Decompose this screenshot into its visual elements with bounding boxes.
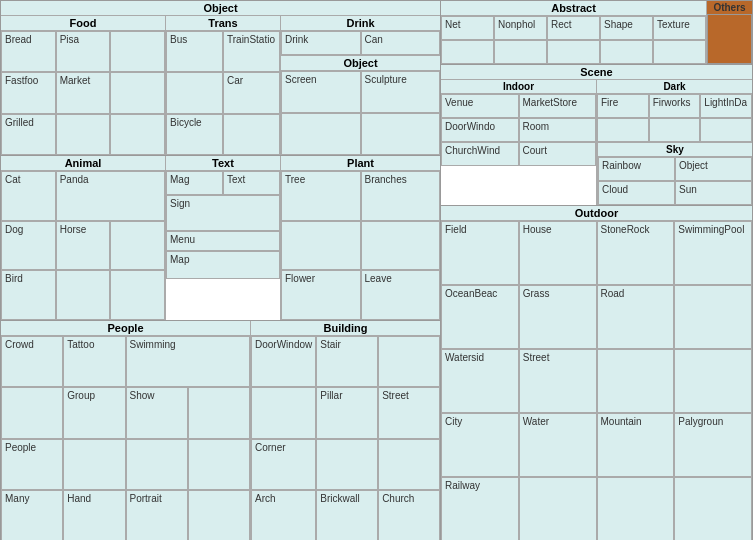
list-item[interactable]: Street [519,349,597,413]
list-item[interactable] [547,40,600,64]
list-item[interactable] [126,439,188,490]
list-item[interactable] [110,72,165,113]
list-item[interactable]: Shape [600,16,653,40]
list-item[interactable]: Sun [675,181,752,205]
list-item[interactable] [378,439,440,490]
list-item[interactable] [441,40,494,64]
list-item[interactable] [63,439,125,490]
list-item[interactable] [110,270,165,320]
list-item[interactable]: People [1,439,63,490]
list-item[interactable] [188,439,250,490]
list-item[interactable]: MarketStore [519,94,597,118]
list-item[interactable]: Road [597,285,675,349]
list-item[interactable]: Group [63,387,125,438]
list-item[interactable]: Hand [63,490,125,540]
list-item[interactable]: Bicycle [166,114,223,155]
list-item[interactable] [597,118,649,142]
list-item[interactable] [361,221,441,271]
list-item[interactable]: Arch [251,490,316,540]
list-item[interactable]: Net [441,16,494,40]
list-item[interactable]: Branches [361,171,441,221]
list-item[interactable]: Water [519,413,597,477]
list-item[interactable]: City [441,413,519,477]
list-item[interactable] [653,40,706,64]
list-item[interactable] [519,477,597,540]
list-item[interactable]: StoneRock [597,221,675,285]
list-item[interactable] [494,40,547,64]
list-item[interactable] [188,490,250,540]
list-item[interactable] [700,118,752,142]
list-item[interactable] [110,114,165,155]
list-item[interactable]: Watersid [441,349,519,413]
list-item[interactable]: Portrait [126,490,188,540]
list-item[interactable] [281,221,361,271]
list-item[interactable]: SwimmingPool [674,221,752,285]
list-item[interactable]: Sign [166,195,280,231]
list-item[interactable] [223,114,280,155]
list-item[interactable]: Rect [547,16,600,40]
list-item[interactable]: Sculpture [361,71,441,113]
list-item[interactable]: Corner [251,439,316,490]
list-item[interactable] [110,31,165,72]
list-item[interactable] [56,114,111,155]
list-item[interactable] [361,113,441,155]
list-item[interactable]: Stair [316,336,378,387]
list-item[interactable]: Church [378,490,440,540]
list-item[interactable] [597,477,675,540]
list-item[interactable]: Fire [597,94,649,118]
list-item[interactable]: Bread [1,31,56,72]
list-item[interactable]: Cat [1,171,56,221]
list-item[interactable] [649,118,701,142]
list-item[interactable]: Nonphol [494,16,547,40]
list-item[interactable]: Field [441,221,519,285]
list-item[interactable] [378,336,440,387]
list-item[interactable]: Mountain [597,413,675,477]
list-item[interactable]: DoorWindo [441,118,519,142]
list-item[interactable]: Can [361,31,441,55]
list-item[interactable]: Firworks [649,94,701,118]
list-item[interactable]: Menu [166,231,280,251]
list-item[interactable]: Market [56,72,111,113]
list-item[interactable]: Pisa [56,31,111,72]
list-item[interactable]: Tattoo [63,336,125,387]
list-item[interactable]: DoorWindow [251,336,316,387]
list-item[interactable]: Show [126,387,188,438]
list-item[interactable] [188,387,250,438]
list-item[interactable]: Brickwall [316,490,378,540]
list-item[interactable]: Texture [653,16,706,40]
list-item[interactable]: OceanBeac [441,285,519,349]
list-item[interactable]: Screen [281,71,361,113]
list-item[interactable]: Flower [281,270,361,320]
list-item[interactable]: Cloud [598,181,675,205]
list-item[interactable] [281,113,361,155]
list-item[interactable]: Car [223,72,280,113]
list-item[interactable] [1,387,63,438]
list-item[interactable]: Horse [56,221,111,271]
list-item[interactable]: Panda [56,171,165,221]
list-item[interactable] [674,349,752,413]
list-item[interactable]: Leave [361,270,441,320]
list-item[interactable]: Grilled [1,114,56,155]
list-item[interactable]: Room [519,118,597,142]
list-item[interactable]: Court [519,142,597,166]
list-item[interactable]: Swimming [126,336,251,387]
list-item[interactable]: Map [166,251,280,279]
list-item[interactable] [166,72,223,113]
list-item[interactable]: Mag [166,171,223,195]
list-item[interactable] [674,477,752,540]
list-item[interactable] [674,285,752,349]
list-item[interactable]: Venue [441,94,519,118]
list-item[interactable]: Tree [281,171,361,221]
list-item[interactable]: Bird [1,270,56,320]
list-item[interactable]: Railway [441,477,519,540]
list-item[interactable] [56,270,111,320]
list-item[interactable]: Drink [281,31,361,55]
list-item[interactable] [600,40,653,64]
list-item[interactable]: House [519,221,597,285]
list-item[interactable]: Object [675,157,752,181]
list-item[interactable]: Text [223,171,280,195]
list-item[interactable] [597,349,675,413]
list-item[interactable] [110,221,165,271]
list-item[interactable]: ChurchWind [441,142,519,166]
list-item[interactable]: TrainStatio [223,31,280,72]
